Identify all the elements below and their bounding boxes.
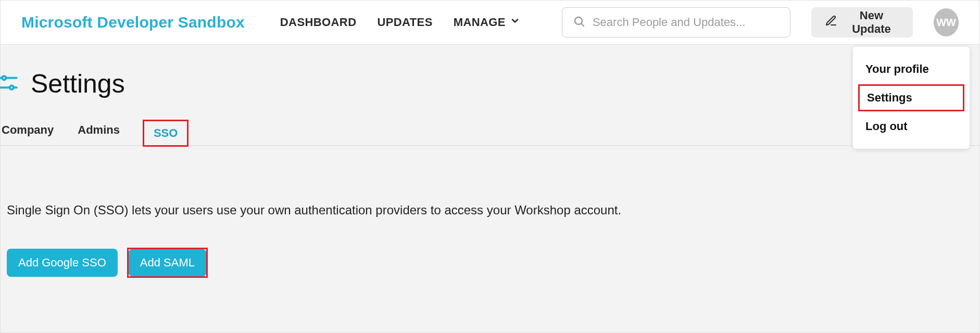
svg-line-1 [581,24,584,27]
settings-tabs: Company Admins SSO [1,120,979,146]
new-update-label: New Update [844,9,899,36]
sso-button-row: Add Google SSO Add SAML [7,248,973,278]
chevron-down-icon [510,16,520,29]
nav-dashboard[interactable]: DASHBOARD [280,16,357,29]
brand-title[interactable]: Microsoft Developer Sandbox [21,14,245,31]
tab-company[interactable]: Company [1,120,55,140]
sso-description: Single Sign On (SSO) lets your users use… [7,203,973,217]
tab-sso[interactable]: SSO [154,126,178,140]
add-google-sso-button[interactable]: Add Google SSO [7,249,118,277]
menu-your-profile[interactable]: Your profile [853,55,970,83]
nav-manage[interactable]: MANAGE [454,16,520,29]
highlight-add-saml: Add SAML [127,248,208,278]
user-menu-dropdown: Your profile Settings Log out [853,47,970,149]
avatar-initials: WW [936,17,956,29]
search-field[interactable] [562,7,790,37]
settings-header: Settings [1,45,979,120]
highlight-sso-tab: SSO [143,120,189,147]
menu-logout[interactable]: Log out [853,112,970,140]
new-update-button[interactable]: New Update [811,7,913,37]
top-bar: Microsoft Developer Sandbox DASHBOARD UP… [0,0,980,45]
settings-sliders-icon [0,71,20,96]
page-body: Settings Company Admins SSO Single Sign … [0,45,980,333]
nav-manage-label: MANAGE [454,16,506,29]
sso-panel: Single Sign On (SSO) lets your users use… [1,146,979,299]
search-icon [573,15,585,30]
add-saml-button[interactable]: Add SAML [129,249,206,276]
nav-updates[interactable]: UPDATES [377,16,432,29]
tab-admins[interactable]: Admins [77,120,121,140]
page-title: Settings [31,69,125,99]
pen-icon [825,15,837,30]
menu-settings[interactable]: Settings [858,84,964,111]
avatar[interactable]: WW [934,8,959,36]
main-nav: DASHBOARD UPDATES MANAGE [280,16,520,29]
search-input[interactable] [593,16,780,29]
